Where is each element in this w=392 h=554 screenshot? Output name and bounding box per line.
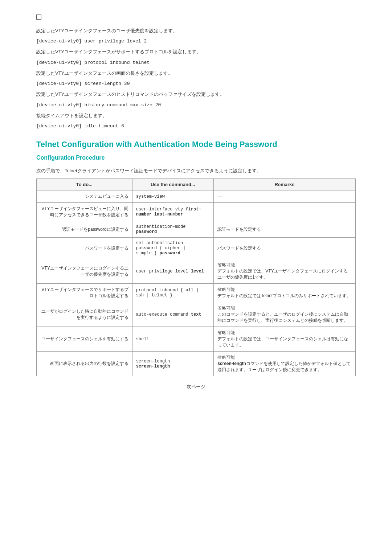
cmd-3: [device-ui-vty0] screen-length 30 bbox=[36, 81, 356, 86]
table-row: 認証モードをpasswordに設定する authentication-modep… bbox=[37, 221, 356, 238]
command-cell: shell bbox=[132, 327, 214, 352]
todo-cell: 画面に表示される出力の行数を設定する bbox=[37, 352, 132, 376]
table-row: ユーザがログインした時に自動的にコマンドを実行するように設定する auto-ex… bbox=[37, 302, 356, 327]
table-row: VTYユーザインタフェースにログインするユーザの優先度を設定する user pr… bbox=[37, 259, 356, 284]
command-cell: user-interface vty first-number last-num… bbox=[132, 203, 214, 221]
cmd-4: [device-ui-vty0] history-command max-siz… bbox=[36, 102, 356, 108]
command-cell: auto-execute command text bbox=[132, 302, 214, 327]
cmd-2: [device-ui-vty0] protocol inbound telnet bbox=[36, 60, 356, 65]
remarks-cell: 省略可能screen-lengthコマンドを使用して設定した値がデフォルト値とし… bbox=[214, 352, 356, 376]
config-table: To do... Use the command... Remarks システム… bbox=[36, 178, 356, 376]
todo-cell: VTYユーザインタフェースでサポートするプロトコルを設定する bbox=[37, 284, 132, 302]
todo-cell: VTYユーザインタフェースビューに入り、同時にアクセスできるユーザ数を設定する bbox=[37, 203, 132, 221]
table-row: ユーザインタフェースのシェルを有効にする shell 省略可能デフォルトの設定で… bbox=[37, 327, 356, 352]
jp-text-5: 接続タイムアウトを設定します。 bbox=[36, 111, 356, 120]
remarks-cell: 省略可能デフォルトの設定ではTelnetプロトコルのみサポートされています。 bbox=[214, 284, 356, 302]
jp-text-2: 設定したVTYユーザインタフェースがサポートするプロトコルを設定します。 bbox=[36, 48, 356, 56]
remarks-cell: 省略可能このコマンドを設定すると、ユーザのログイン後にシステムは自動的にコマンド… bbox=[214, 302, 356, 327]
section-title: Telnet Configuration with Authentication… bbox=[36, 140, 356, 149]
command-cell: set authenticationpassword { cipher |sim… bbox=[132, 238, 214, 259]
remarks-cell: 省略可能デフォルトの設定では、ユーザインタフェースのシェルは有効になっています。 bbox=[214, 327, 356, 352]
cmd-5: [device-ui-vty0] idle-timeout 6 bbox=[36, 123, 356, 129]
todo-cell: システムビューに入る bbox=[37, 190, 132, 203]
table-row: VTYユーザインタフェースビューに入り、同時にアクセスできるユーザ数を設定する … bbox=[37, 203, 356, 221]
col-header-command: Use the command... bbox=[132, 179, 214, 190]
table-row: 画面に表示される出力の行数を設定する screen-lengthscreen-l… bbox=[37, 352, 356, 376]
col-header-todo: To do... bbox=[37, 179, 132, 190]
table-row: VTYユーザインタフェースでサポートするプロトコルを設定する protocol … bbox=[37, 284, 356, 302]
command-cell: authentication-modepassword bbox=[132, 221, 214, 238]
command-cell: system-view bbox=[132, 190, 214, 203]
table-row: システムビューに入る system-view — bbox=[37, 190, 356, 203]
table-intro: 次の手順で、Telnetクライアントがパスワード認証モードでデバイスにアクセスで… bbox=[36, 167, 356, 175]
subsection-title: Configuration Procedure bbox=[36, 155, 356, 161]
todo-cell: ユーザインタフェースのシェルを有効にする bbox=[37, 327, 132, 352]
todo-cell: パスワードを設定する bbox=[37, 238, 132, 259]
remarks-cell: — bbox=[214, 190, 356, 203]
table-row: パスワードを設定する set authenticationpassword { … bbox=[37, 238, 356, 259]
command-cell: protocol inbound { all |ssh | telnet } bbox=[132, 284, 214, 302]
page-marker bbox=[36, 15, 41, 20]
remarks-cell: 認証モードを設定する bbox=[214, 221, 356, 238]
todo-cell: VTYユーザインタフェースにログインするユーザの優先度を設定する bbox=[37, 259, 132, 284]
footer-text: 次ページ bbox=[187, 384, 205, 389]
jp-text-4: 設定したVTYユーザインタフェースのヒストリコマンドのバッファサイズを設定します… bbox=[36, 90, 356, 98]
command-cell: screen-lengthscreen-length bbox=[132, 352, 214, 376]
page-footer: 次ページ bbox=[36, 383, 356, 390]
col-header-remarks: Remarks bbox=[214, 179, 356, 190]
todo-cell: ユーザがログインした時に自動的にコマンドを実行するように設定する bbox=[37, 302, 132, 327]
remarks-cell: パスワードを設定する bbox=[214, 238, 356, 259]
intro-section: 設定したVTYユーザインタフェースのユーザ優先度を設定します。 [device-… bbox=[36, 26, 356, 129]
page-content: 設定したVTYユーザインタフェースのユーザ優先度を設定します。 [device-… bbox=[15, 7, 377, 397]
jp-text-3: 設定したVTYユーザインタフェースの画面の長さを設定します。 bbox=[36, 69, 356, 77]
jp-text-1: 設定したVTYユーザインタフェースのユーザ優先度を設定します。 bbox=[36, 26, 356, 35]
remarks-cell: 省略可能デフォルトの設定では、VTYユーザインタフェースにログインするユーザの優… bbox=[214, 259, 356, 284]
command-cell: user privilege level level bbox=[132, 259, 214, 284]
cmd-1: [device-ui-vty0] user privilege level 2 bbox=[36, 38, 356, 44]
remarks-cell: — bbox=[214, 203, 356, 221]
todo-cell: 認証モードをpasswordに設定する bbox=[37, 221, 132, 238]
